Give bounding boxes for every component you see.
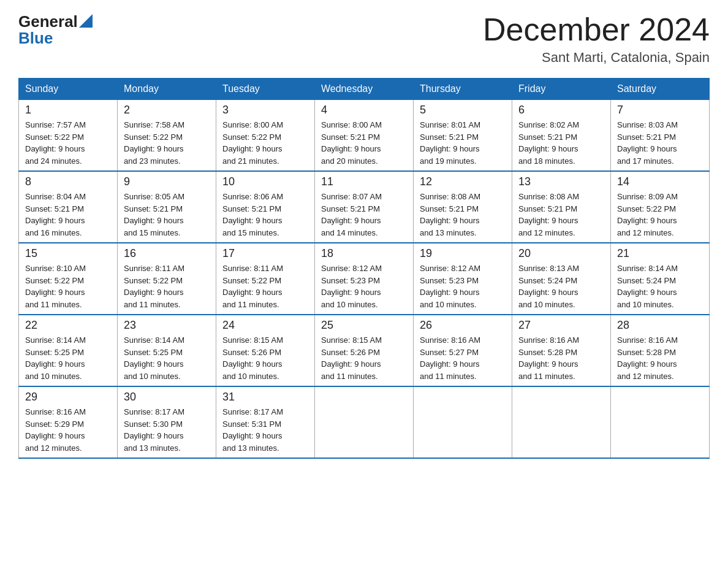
day-info: Sunrise: 8:15 AMSunset: 5:26 PMDaylight:… [222, 334, 308, 382]
day-number: 6 [518, 104, 604, 117]
calendar-cell: 20Sunrise: 8:13 AMSunset: 5:24 PMDayligh… [512, 243, 611, 315]
day-info: Sunrise: 8:11 AMSunset: 5:22 PMDaylight:… [124, 262, 210, 310]
calendar-cell: 31Sunrise: 8:17 AMSunset: 5:31 PMDayligh… [216, 386, 315, 458]
day-info: Sunrise: 8:17 AMSunset: 5:30 PMDaylight:… [124, 406, 210, 454]
day-number: 30 [124, 391, 210, 404]
day-number: 7 [617, 104, 703, 117]
calendar-subtitle: Sant Marti, Catalonia, Spain [483, 50, 710, 66]
day-number: 22 [25, 319, 111, 332]
week-row-5: 29Sunrise: 8:16 AMSunset: 5:29 PMDayligh… [19, 386, 710, 458]
svg-marker-0 [79, 14, 93, 28]
day-info: Sunrise: 8:16 AMSunset: 5:28 PMDaylight:… [617, 334, 703, 382]
calendar-cell: 15Sunrise: 8:10 AMSunset: 5:22 PMDayligh… [19, 243, 118, 315]
header-sunday: Sunday [19, 79, 118, 100]
header-saturday: Saturday [611, 79, 710, 100]
day-number: 24 [222, 319, 308, 332]
day-info: Sunrise: 8:17 AMSunset: 5:31 PMDaylight:… [222, 406, 308, 454]
day-info: Sunrise: 8:13 AMSunset: 5:24 PMDaylight:… [518, 262, 604, 310]
logo-blue: Blue [18, 29, 93, 48]
day-number: 11 [321, 175, 407, 188]
day-number: 14 [617, 175, 703, 188]
day-info: Sunrise: 7:58 AMSunset: 5:22 PMDaylight:… [124, 119, 210, 167]
week-row-3: 15Sunrise: 8:10 AMSunset: 5:22 PMDayligh… [19, 243, 710, 315]
day-info: Sunrise: 8:15 AMSunset: 5:26 PMDaylight:… [321, 334, 407, 382]
day-info: Sunrise: 8:08 AMSunset: 5:21 PMDaylight:… [420, 191, 506, 239]
day-info: Sunrise: 8:14 AMSunset: 5:24 PMDaylight:… [617, 262, 703, 310]
title-area: December 2024 Sant Marti, Catalonia, Spa… [483, 12, 710, 66]
calendar-cell: 18Sunrise: 8:12 AMSunset: 5:23 PMDayligh… [315, 243, 414, 315]
calendar-cell: 29Sunrise: 8:16 AMSunset: 5:29 PMDayligh… [19, 386, 118, 458]
day-info: Sunrise: 8:08 AMSunset: 5:21 PMDaylight:… [518, 191, 604, 239]
day-number: 2 [124, 104, 210, 117]
header-thursday: Thursday [414, 79, 512, 100]
day-number: 1 [25, 104, 111, 117]
calendar-cell: 28Sunrise: 8:16 AMSunset: 5:28 PMDayligh… [611, 315, 710, 386]
header-row: Sunday Monday Tuesday Wednesday Thursday… [19, 79, 710, 100]
day-number: 19 [420, 247, 506, 260]
calendar-cell: 21Sunrise: 8:14 AMSunset: 5:24 PMDayligh… [611, 243, 710, 315]
day-info: Sunrise: 8:14 AMSunset: 5:25 PMDaylight:… [25, 334, 111, 382]
day-info: Sunrise: 8:06 AMSunset: 5:21 PMDaylight:… [222, 191, 308, 239]
calendar-cell: 10Sunrise: 8:06 AMSunset: 5:21 PMDayligh… [216, 171, 315, 243]
calendar-cell: 12Sunrise: 8:08 AMSunset: 5:21 PMDayligh… [414, 171, 512, 243]
day-info: Sunrise: 8:02 AMSunset: 5:21 PMDaylight:… [518, 119, 604, 167]
page-header: General Blue December 2024 Sant Marti, C… [18, 12, 710, 66]
day-number: 5 [420, 104, 506, 117]
day-number: 8 [25, 175, 111, 188]
calendar-cell: 27Sunrise: 8:16 AMSunset: 5:28 PMDayligh… [512, 315, 611, 386]
day-number: 28 [617, 319, 703, 332]
calendar-cell: 30Sunrise: 8:17 AMSunset: 5:30 PMDayligh… [118, 386, 216, 458]
calendar-cell: 14Sunrise: 8:09 AMSunset: 5:22 PMDayligh… [611, 171, 710, 243]
day-info: Sunrise: 8:10 AMSunset: 5:22 PMDaylight:… [25, 262, 111, 310]
calendar-cell [611, 386, 710, 458]
day-number: 26 [420, 319, 506, 332]
day-number: 27 [518, 319, 604, 332]
day-info: Sunrise: 8:16 AMSunset: 5:27 PMDaylight:… [420, 334, 506, 382]
calendar-cell: 3Sunrise: 8:00 AMSunset: 5:22 PMDaylight… [216, 100, 315, 172]
logo: General Blue [18, 12, 93, 48]
day-number: 20 [518, 247, 604, 260]
calendar-title: December 2024 [483, 12, 710, 47]
day-info: Sunrise: 8:05 AMSunset: 5:21 PMDaylight:… [124, 191, 210, 239]
calendar-table: Sunday Monday Tuesday Wednesday Thursday… [18, 78, 710, 459]
day-info: Sunrise: 8:00 AMSunset: 5:22 PMDaylight:… [222, 119, 308, 167]
day-info: Sunrise: 8:14 AMSunset: 5:25 PMDaylight:… [124, 334, 210, 382]
header-monday: Monday [118, 79, 216, 100]
day-info: Sunrise: 8:00 AMSunset: 5:21 PMDaylight:… [321, 119, 407, 167]
calendar-cell [512, 386, 611, 458]
day-info: Sunrise: 8:16 AMSunset: 5:29 PMDaylight:… [25, 406, 111, 454]
day-info: Sunrise: 8:07 AMSunset: 5:21 PMDaylight:… [321, 191, 407, 239]
day-number: 4 [321, 104, 407, 117]
day-number: 29 [25, 391, 111, 404]
calendar-cell: 26Sunrise: 8:16 AMSunset: 5:27 PMDayligh… [414, 315, 512, 386]
day-number: 17 [222, 247, 308, 260]
day-number: 18 [321, 247, 407, 260]
day-info: Sunrise: 8:12 AMSunset: 5:23 PMDaylight:… [321, 262, 407, 310]
calendar-cell: 23Sunrise: 8:14 AMSunset: 5:25 PMDayligh… [118, 315, 216, 386]
week-row-2: 8Sunrise: 8:04 AMSunset: 5:21 PMDaylight… [19, 171, 710, 243]
header-tuesday: Tuesday [216, 79, 315, 100]
day-info: Sunrise: 8:12 AMSunset: 5:23 PMDaylight:… [420, 262, 506, 310]
week-row-4: 22Sunrise: 8:14 AMSunset: 5:25 PMDayligh… [19, 315, 710, 386]
calendar-cell: 13Sunrise: 8:08 AMSunset: 5:21 PMDayligh… [512, 171, 611, 243]
calendar-cell: 4Sunrise: 8:00 AMSunset: 5:21 PMDaylight… [315, 100, 414, 172]
day-number: 21 [617, 247, 703, 260]
calendar-cell [414, 386, 512, 458]
header-friday: Friday [512, 79, 611, 100]
day-number: 25 [321, 319, 407, 332]
logo-arrow-icon [79, 14, 93, 28]
calendar-cell: 8Sunrise: 8:04 AMSunset: 5:21 PMDaylight… [19, 171, 118, 243]
day-info: Sunrise: 8:04 AMSunset: 5:21 PMDaylight:… [25, 191, 111, 239]
day-number: 12 [420, 175, 506, 188]
day-number: 9 [124, 175, 210, 188]
calendar-cell: 6Sunrise: 8:02 AMSunset: 5:21 PMDaylight… [512, 100, 611, 172]
day-info: Sunrise: 8:09 AMSunset: 5:22 PMDaylight:… [617, 191, 703, 239]
day-info: Sunrise: 8:16 AMSunset: 5:28 PMDaylight:… [518, 334, 604, 382]
calendar-cell: 7Sunrise: 8:03 AMSunset: 5:21 PMDaylight… [611, 100, 710, 172]
calendar-cell: 11Sunrise: 8:07 AMSunset: 5:21 PMDayligh… [315, 171, 414, 243]
day-info: Sunrise: 8:03 AMSunset: 5:21 PMDaylight:… [617, 119, 703, 167]
calendar-cell: 19Sunrise: 8:12 AMSunset: 5:23 PMDayligh… [414, 243, 512, 315]
day-number: 13 [518, 175, 604, 188]
calendar-cell: 24Sunrise: 8:15 AMSunset: 5:26 PMDayligh… [216, 315, 315, 386]
calendar-cell: 17Sunrise: 8:11 AMSunset: 5:22 PMDayligh… [216, 243, 315, 315]
